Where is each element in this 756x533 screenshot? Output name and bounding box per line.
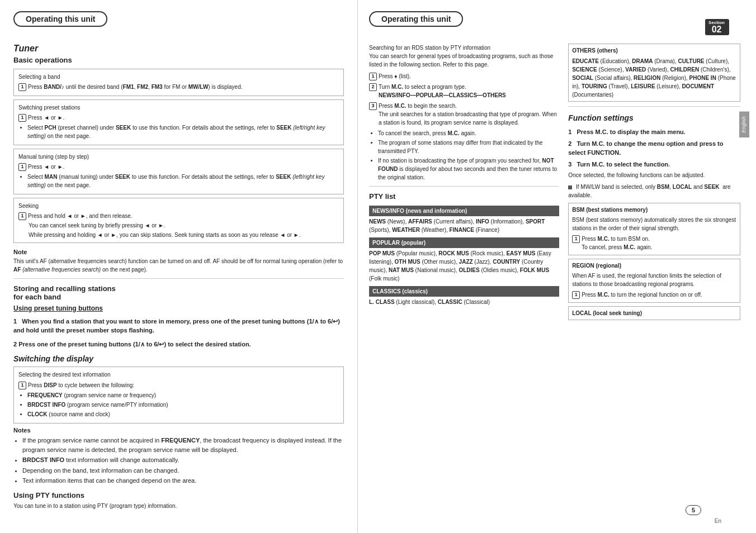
right-section-header: Operating this unit	[369, 11, 463, 27]
others-box: OTHERS (others) EDUCATE (Education), DRA…	[568, 44, 740, 102]
lang-label: English	[739, 112, 749, 137]
side-tab: English	[739, 112, 749, 137]
using-pty-heading: Using PTY functions	[13, 491, 344, 499]
right-column: Operating this unit Section 02 Searching…	[358, 0, 749, 533]
notes-heading: Notes	[13, 427, 344, 434]
switch-bullets: FREQUENCY (program service name or frequ…	[18, 391, 339, 418]
others-label: OTHERS (others)	[572, 46, 736, 55]
square-bullet-icon	[568, 185, 572, 189]
pty-list-heading: PTY list	[369, 191, 559, 202]
region-step1-text: Press M.C. to turn the regional function…	[582, 291, 702, 299]
tuner-heading: Tuner	[13, 44, 344, 54]
right-step1-text: Press ♦ (list).	[379, 72, 411, 80]
seeking-note1: You can cancel seek tuning by briefly pr…	[29, 221, 339, 230]
switch-step1-row: 1 Press DISP to cycle between the follow…	[18, 381, 339, 389]
right-step2-text: Turn M.C. to select a program type.NEWS/…	[379, 83, 506, 99]
manual-tuning-box: Manual tuning (step by step) 1 Press ◄ o…	[13, 149, 344, 194]
local-box: LOCAL (local seek tuning)	[568, 306, 740, 320]
fs-note2: If MW/LW band is selected, only BSM, LOC…	[568, 183, 740, 199]
left-column: Operating this unit Tuner Basic operatio…	[0, 0, 358, 533]
fs-note1: Once selected, the following functions c…	[568, 171, 740, 179]
step-num-mt1: 1	[18, 163, 26, 171]
pty-classics-label: CLASSICS (classics)	[369, 286, 559, 297]
left-header-title: Operating this unit	[26, 15, 95, 23]
notes-bullet3: Depending on the band, text information …	[22, 466, 344, 475]
note-text: This unit's AF (alternative frequencies …	[13, 257, 344, 274]
right-intro: Searching for an RDS station by PTY info…	[369, 44, 559, 69]
mid-col: Searching for an RDS station by PTY info…	[369, 44, 559, 323]
switching-preset-step1-row: 1 Press ◄ or ►.	[18, 113, 339, 122]
pty-popular-section: POPULAR (popular) POP MUS (Popular music…	[369, 237, 559, 283]
section-badge-num: 02	[708, 25, 725, 34]
bsm-step1-row: 1 Press M.C. to turn BSM on.To cancel, p…	[572, 235, 736, 251]
bsm-label: BSM (best stations memory)	[572, 206, 736, 214]
selecting-band-step1-row: 1 Press BAND/♪ until the desired band (F…	[18, 83, 339, 91]
pty-classics-text: L. CLASS (Light classical), CLASSIC (Cla…	[369, 298, 559, 306]
pty-news-label: NEWS/INFO (news and information)	[369, 206, 559, 216]
step-num-sp1: 1	[18, 114, 26, 122]
switching-preset-box: Switching preset stations 1 Press ◄ or ►…	[13, 99, 344, 145]
step-num-1: 1	[18, 83, 26, 91]
step-num-bsm1: 1	[572, 235, 580, 243]
pty-popular-text: POP MUS (Popular music), ROCK MUS (Rock …	[369, 249, 559, 283]
right-step1-row: 1 Press ♦ (list).	[369, 72, 559, 80]
right-bullet2: The program of some stations may differ …	[378, 139, 559, 155]
bsm-text: BSM (best stations memory) automatically…	[572, 216, 736, 232]
manual-tuning-bullets: Select MAN (manual tuning) under SEEK to…	[18, 173, 339, 189]
switching-preset-bullets: Select PCH (preset channel) under SEEK t…	[18, 123, 339, 140]
switch-bullet1: FREQUENCY (program service name or frequ…	[27, 391, 339, 399]
far-right-col: OTHERS (others) EDUCATE (Education), DRA…	[568, 44, 740, 323]
selecting-band-step1-text: Press BAND/♪ until the desired band (FM1…	[28, 83, 242, 91]
bsm-box: BSM (best stations memory) BSM (best sta…	[568, 203, 740, 255]
note-label: Note	[13, 249, 27, 255]
fs-step2: 2 Turn M.C. to change the menu option an…	[568, 139, 740, 158]
notes-bullet4: Text information items that can be chang…	[22, 476, 344, 486]
page-wrapper: Operating this unit Tuner Basic operatio…	[0, 0, 756, 533]
seeking-note2: While pressing and holding ◄ or ►, you c…	[29, 231, 339, 239]
switching-preset-bullet1: Select PCH (preset channel) under SEEK t…	[27, 123, 339, 140]
region-label: REGION (regional)	[572, 261, 736, 270]
others-text: EDUCATE (Education), DRAMA (Drama), CULT…	[572, 57, 736, 99]
right-step3-row: 3 Press M.C. to begin the search.The uni…	[369, 102, 559, 127]
region-text: When AF is used, the regional function l…	[572, 272, 736, 288]
seeking-title: Seeking	[18, 202, 339, 210]
right-bullet1: To cancel the search, press M.C. again.	[378, 129, 559, 137]
switch-bullet2: BRDCST INFO (program service name/PTY in…	[27, 401, 339, 409]
function-settings-heading: Function settings	[568, 112, 740, 124]
storing-heading: Storing and recalling stationsfor each b…	[13, 284, 344, 301]
local-label: LOCAL (local seek tuning)	[572, 309, 736, 317]
fs-step1: 1 Press M.C. to display the main menu.	[568, 127, 740, 137]
switch-bullet3: CLOCK (source name and clock)	[27, 410, 339, 418]
page-num-badge: 5	[686, 505, 701, 515]
step-num-sk1: 1	[18, 212, 26, 220]
switch-display-box: Selecting the desired text information 1…	[13, 367, 344, 423]
right-col-inner: Searching for an RDS station by PTY info…	[369, 44, 740, 323]
manual-tuning-bullet1: Select MAN (manual tuning) under SEEK to…	[27, 173, 339, 189]
pty-popular-label: POPULAR (popular)	[369, 237, 559, 248]
notes-bullet2: BRDCST INFO text information will change…	[22, 455, 344, 465]
pty-news-text: NEWS (News), AFFAIRS (Current affairs), …	[369, 217, 559, 234]
seeking-step1-text: Press and hold ◄ or ►, and then release.	[28, 212, 133, 220]
selecting-band-title: Selecting a band	[18, 73, 339, 81]
left-header: Operating this unit	[13, 11, 344, 36]
right-step3-text: Press M.C. to begin the search.The unit …	[379, 102, 559, 127]
region-step1-row: 1 Press M.C. to turn the regional functi…	[572, 291, 736, 299]
seeking-notes: You can cancel seek tuning by briefly pr…	[29, 221, 339, 239]
divider-pty	[369, 186, 559, 187]
right-bullet3: If no station is broadcasting the type o…	[378, 156, 559, 182]
selecting-desired-text: Selecting the desired text information	[18, 370, 339, 379]
step-num-r2: 2	[369, 83, 377, 91]
seeking-step1-row: 1 Press and hold ◄ or ►, and then releas…	[18, 212, 339, 220]
pty-news-section: NEWS/INFO (news and information) NEWS (N…	[369, 206, 559, 234]
basic-ops-heading: Basic operations	[13, 56, 344, 64]
selecting-band-box: Selecting a band 1 Press BAND/♪ until th…	[13, 69, 344, 96]
function-settings-section: Function settings 1 Press M.C. to displa…	[568, 112, 740, 320]
step-num-reg1: 1	[572, 291, 580, 299]
numbered-step2: 2 Press one of the preset tuning buttons…	[13, 340, 344, 349]
divider-fs	[568, 106, 740, 107]
fs-step3: 3 Turn M.C. to select the function.	[568, 160, 740, 169]
bsm-step1-text: Press M.C. to turn BSM on.To cancel, pre…	[582, 235, 652, 251]
manual-tuning-step1-row: 1 Press ◄ or ►.	[18, 163, 339, 171]
preset-buttons-heading: Using preset tuning buttons	[13, 304, 344, 312]
manual-tuning-step1-text: Press ◄ or ►.	[28, 163, 64, 171]
